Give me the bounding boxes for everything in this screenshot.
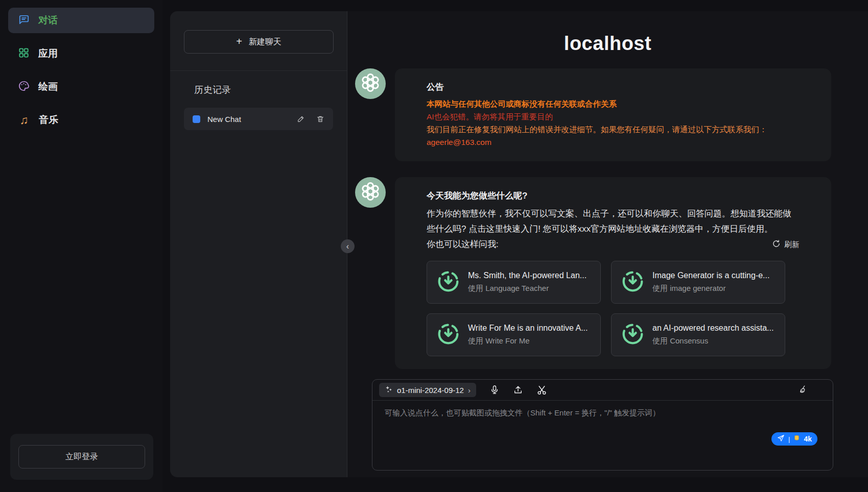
microphone-icon[interactable] (489, 385, 500, 395)
announcement-line-3: 我们目前正在修复我们网站上的错误并改进细节。如果您有任何疑问，请通过以下方式联系… (427, 123, 800, 136)
login-panel: 立即登录 (10, 434, 153, 480)
welcome-hint: 你也可以这样问我: (427, 237, 499, 252)
suggestion-card[interactable]: an AI-powered research assista... 使用 Con… (611, 313, 785, 356)
welcome-body: 作为你的智慧伙伴，我不仅可以写文案、出点子，还可以和你聊天、回答问题。想知道我还… (427, 206, 800, 237)
suggestion-subtitle: 使用 image generator (652, 284, 769, 293)
list-divider (170, 70, 347, 71)
suggestion-subtitle: 使用 Write For Me (468, 336, 588, 346)
model-name: o1-mini-2024-09-12 (397, 386, 464, 395)
assistant-avatar (355, 68, 386, 99)
scissors-icon[interactable] (536, 385, 547, 396)
model-selector[interactable]: o1-mini-2024-09-12 › (379, 383, 476, 397)
page-title: localhost (347, 33, 868, 55)
sidebar-item-label: 应用 (38, 47, 58, 60)
chat-content: localhost 公告 本网站与任何其他公司或商标没有任何关联或合作关系 AI… (347, 11, 868, 477)
chat-bubble-icon (18, 14, 30, 28)
composer-toolbar: o1-mini-2024-09-12 › (372, 380, 833, 401)
music-note-icon: ♫ (18, 114, 30, 126)
sidebar-nav: 对话 应用 绘画 ♫ 音乐 (0, 0, 162, 133)
suggestion-grid: Ms. Smith, the AI-powered Lan... 使用 Lang… (427, 261, 800, 356)
token-badge[interactable]: | 4k (771, 432, 817, 446)
suggestion-title: Write For Me is an innovative A... (468, 324, 588, 333)
welcome-bubble: 今天我能为您做些什么呢? 作为你的智慧伙伴，我不仅可以写文案、出点子，还可以和你… (395, 177, 831, 369)
broom-clear-icon[interactable] (797, 385, 808, 395)
token-count: 4k (804, 435, 812, 443)
palette-icon (18, 80, 30, 94)
sidebar-item-drawing[interactable]: 绘画 (8, 74, 154, 100)
chevron-left-icon: ‹ (346, 242, 349, 251)
coins-icon (793, 435, 800, 443)
chevron-right-icon: › (468, 386, 471, 395)
upload-icon[interactable] (513, 385, 523, 395)
sparkle-icon (385, 385, 393, 395)
suggestion-title: an AI-powered research assista... (652, 324, 773, 333)
suggestion-card[interactable]: Write For Me is an innovative A... 使用 Wr… (427, 313, 601, 356)
new-chat-button[interactable]: + 新建聊天 (184, 30, 334, 54)
plus-icon: + (236, 36, 242, 47)
new-chat-label: 新建聊天 (249, 37, 281, 47)
main-card: + 新建聊天 历史记录 New Chat ‹ localhost (170, 11, 868, 477)
suggestion-subtitle: 使用 Consensus (652, 336, 773, 346)
suggestion-subtitle: 使用 Language Teacher (468, 284, 587, 293)
collapse-panel-button[interactable]: ‹ (341, 239, 355, 253)
announcement-title: 公告 (427, 81, 800, 93)
announcement-bubble: 公告 本网站与任何其他公司或商标没有任何关联或合作关系 AI也会犯错。请勿将其用… (395, 68, 831, 161)
contact-email-link[interactable]: ageerle@163.com (427, 136, 800, 149)
announcement-message: 公告 本网站与任何其他公司或商标没有任何关联或合作关系 AI也会犯错。请勿将其用… (347, 68, 868, 161)
sidebar: 对话 应用 绘画 ♫ 音乐 立即登录 (0, 0, 162, 492)
send-plane-icon (777, 434, 785, 444)
download-circle-icon (621, 270, 644, 295)
message-input[interactable] (372, 401, 833, 470)
sidebar-item-label: 音乐 (39, 113, 58, 127)
composer: o1-mini-2024-09-12 › (372, 379, 833, 471)
announcement-line-2: AI也会犯错。请勿将其用于重要目的 (427, 110, 800, 123)
chat-list-panel: + 新建聊天 历史记录 New Chat (170, 11, 347, 477)
sidebar-item-apps[interactable]: 应用 (8, 41, 154, 66)
suggestion-card[interactable]: Image Generator is a cutting-e... 使用 ima… (611, 261, 785, 304)
suggestion-title: Image Generator is a cutting-e... (652, 271, 769, 280)
pill-divider: | (788, 435, 790, 443)
refresh-label: 刷新 (784, 240, 800, 250)
download-circle-icon (437, 270, 460, 295)
sidebar-item-label: 绘画 (38, 80, 58, 93)
edit-pencil-icon[interactable] (297, 115, 305, 123)
refresh-button[interactable]: 刷新 (772, 239, 800, 250)
history-title: 历史记录 (194, 84, 347, 96)
chat-marker-icon (193, 115, 200, 123)
assistant-avatar (355, 177, 386, 208)
refresh-icon (772, 239, 781, 250)
openai-logo-icon (361, 182, 380, 203)
download-circle-icon (437, 323, 460, 348)
history-item[interactable]: New Chat (184, 108, 333, 130)
download-circle-icon (621, 323, 644, 348)
suggestion-card[interactable]: Ms. Smith, the AI-powered Lan... 使用 Lang… (427, 261, 601, 304)
openai-logo-icon (361, 73, 380, 94)
trash-icon[interactable] (316, 115, 324, 123)
sidebar-item-chat[interactable]: 对话 (8, 8, 154, 33)
sidebar-item-music[interactable]: ♫ 音乐 (8, 107, 154, 133)
hint-row: 你也可以这样问我: 刷新 (427, 237, 800, 252)
welcome-title: 今天我能为您做些什么呢? (427, 190, 800, 202)
app-root: { "app": { "title": "localhost" }, "side… (0, 0, 868, 492)
login-button[interactable]: 立即登录 (18, 445, 145, 469)
welcome-message: 今天我能为您做些什么呢? 作为你的智慧伙伴，我不仅可以写文案、出点子，还可以和你… (347, 177, 868, 369)
sidebar-item-label: 对话 (38, 14, 58, 27)
history-item-title: New Chat (207, 115, 286, 124)
suggestion-title: Ms. Smith, the AI-powered Lan... (468, 271, 587, 280)
apps-grid-icon (18, 47, 30, 61)
announcement-line-1: 本网站与任何其他公司或商标没有任何关联或合作关系 (427, 97, 800, 110)
